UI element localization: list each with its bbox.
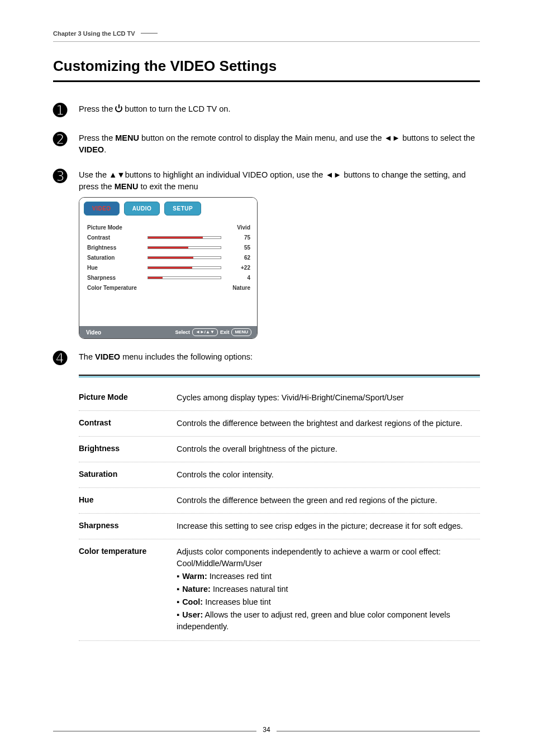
step-4: ➍ The VIDEO menu includes the following …	[53, 351, 480, 367]
osd-bar-fill-hue	[148, 267, 192, 269]
osd-value-brightness: 55	[226, 245, 250, 251]
s4-t1: The	[79, 352, 95, 361]
osd-value-picture-mode: Vivid	[226, 224, 250, 231]
osd-tab-video[interactable]: VIDEO	[84, 202, 120, 216]
page-title: Customizing the VIDEO Settings	[53, 58, 480, 75]
ct-intro: Adjusts color components independently t…	[177, 547, 441, 568]
ct-user: ▪User: Allows the user to adjust red, gr…	[177, 609, 480, 633]
s2-b2: VIDEO	[79, 145, 104, 154]
osd-label-hue: Hue	[87, 265, 143, 271]
chapter-dash	[141, 33, 158, 34]
ct-warm-b: Warm:	[182, 572, 207, 581]
osd-bar-fill-contrast	[148, 237, 203, 238]
osd-footer-exit: Exit	[220, 329, 230, 335]
option-desc-brightness: Controls the overall brightness of the p…	[177, 443, 480, 455]
footer-rule-left	[53, 731, 256, 731]
osd-bar-brightness[interactable]	[147, 246, 221, 249]
step-3-text: Use the ▲▼buttons to highlight an indivi…	[79, 169, 480, 193]
ct-cool: ▪Cool: Increases blue tint	[177, 596, 480, 608]
step-4-number: ➍	[53, 350, 79, 367]
ct-warm-t: Increases red tint	[207, 572, 272, 581]
option-label-saturation: Saturation	[79, 469, 177, 479]
osd-key-menu: MENU	[231, 328, 251, 336]
osd-content: Picture Mode Vivid Contrast 75 Brightnes…	[79, 219, 257, 326]
option-label-picture-mode: Picture Mode	[79, 392, 177, 401]
options-table: Picture Mode Cycles among display types:…	[79, 375, 480, 641]
page-number: 34	[263, 726, 270, 734]
option-sharpness: Sharpness Increase this setting to see c…	[79, 514, 480, 539]
osd-footer-select: Select	[175, 329, 190, 335]
chapter-title: Chapter 3 Using the LCD TV	[53, 30, 135, 37]
option-picture-mode: Picture Mode Cycles among display types:…	[79, 385, 480, 411]
page-footer: 34	[0, 726, 533, 734]
options-topbar	[79, 375, 480, 377]
osd-bar-sharpness[interactable]	[147, 276, 221, 279]
option-hue: Hue Controls the difference between the …	[79, 488, 480, 514]
osd-value-sharpness: 4	[226, 275, 250, 281]
step-2: ➋ Press the MENU button on the remote co…	[53, 132, 480, 156]
osd-bar-contrast[interactable]	[147, 236, 221, 239]
osd-window: VIDEO AUDIO SETUP Picture Mode Vivid Con…	[79, 197, 258, 339]
osd-value-hue: +22	[226, 265, 250, 271]
osd-tab-audio[interactable]: AUDIO	[124, 202, 160, 216]
step-1: ➊ Press the button to turn the LCD TV on…	[53, 103, 480, 119]
step-4-text: The VIDEO menu includes the following op…	[79, 351, 480, 363]
osd-tab-setup[interactable]: SETUP	[164, 202, 201, 216]
step-1-number: ➊	[53, 102, 79, 119]
ct-nature-b: Nature:	[182, 585, 211, 594]
s2-b1: MENU	[115, 133, 139, 142]
osd-label-brightness: Brightness	[87, 245, 143, 251]
ct-cool-t: Increases blue tint	[203, 597, 271, 606]
osd-footer-keys: Select ◄►/▲▼ Exit MENU	[175, 328, 251, 336]
option-desc-color-temperature: Adjusts color components independently t…	[177, 546, 480, 634]
option-desc-contrast: Controls the difference between the brig…	[177, 418, 480, 429]
bullet-icon: ▪	[177, 585, 179, 594]
power-icon	[115, 105, 122, 112]
osd-row-color-temperature: Color Temperature Nature	[87, 284, 250, 291]
osd-screenshot: VIDEO AUDIO SETUP Picture Mode Vivid Con…	[79, 197, 480, 339]
step-1-text-a: Press the	[79, 104, 115, 113]
osd-row-brightness: Brightness 55	[87, 243, 250, 251]
osd-row-sharpness: Sharpness 4	[87, 274, 250, 281]
option-desc-hue: Controls the difference between the gree…	[177, 495, 480, 506]
chapter-underline	[53, 41, 480, 42]
bullet-icon: ▪	[177, 597, 179, 606]
osd-row-hue: Hue +22	[87, 264, 250, 271]
heading-rule	[53, 80, 480, 82]
s4-b1: VIDEO	[95, 352, 120, 361]
s3-t2: to exit the menu	[138, 182, 198, 191]
ct-cool-b: Cool:	[182, 597, 203, 606]
osd-label-contrast: Contrast	[87, 235, 143, 241]
step-1-text-b: button to turn the LCD TV on.	[125, 104, 230, 113]
chapter-header: Chapter 3 Using the LCD TV	[53, 28, 480, 42]
ct-nature: ▪Nature: Increases natural tint	[177, 583, 480, 595]
bullet-icon: ▪	[177, 572, 179, 581]
ct-nature-t: Increases natural tint	[211, 585, 288, 594]
osd-footer: Video Select ◄►/▲▼ Exit MENU	[79, 326, 257, 338]
osd-row-saturation: Saturation 62	[87, 253, 250, 261]
osd-label-color-temperature: Color Temperature	[87, 285, 137, 291]
step-2-text: Press the MENU button on the remote cont…	[79, 132, 480, 156]
osd-footer-title: Video	[86, 329, 101, 336]
option-label-brightness: Brightness	[79, 443, 177, 453]
s2-t2: button on the remote control to display …	[139, 133, 475, 142]
bullet-icon: ▪	[177, 610, 179, 619]
osd-key-arrows: ◄►/▲▼	[192, 328, 218, 336]
osd-bar-hue[interactable]	[147, 266, 221, 269]
ct-user-t: Allows the user to adjust red, green and…	[177, 610, 450, 631]
osd-value-color-temperature: Nature	[226, 285, 250, 291]
option-saturation: Saturation Controls the color intensity.	[79, 462, 480, 488]
step-2-number: ➋	[53, 131, 79, 148]
option-contrast: Contrast Controls the difference between…	[79, 411, 480, 437]
osd-value-saturation: 62	[226, 255, 250, 261]
option-label-hue: Hue	[79, 495, 177, 504]
osd-row-contrast: Contrast 75	[87, 233, 250, 241]
osd-bar-saturation[interactable]	[147, 256, 221, 259]
osd-label-saturation: Saturation	[87, 255, 143, 261]
osd-tabs: VIDEO AUDIO SETUP	[79, 198, 257, 219]
option-desc-saturation: Controls the color intensity.	[177, 469, 480, 481]
osd-value-contrast: 75	[226, 235, 250, 241]
s4-t2: menu includes the following options:	[120, 352, 253, 361]
option-label-contrast: Contrast	[79, 418, 177, 427]
osd-bar-fill-saturation	[148, 257, 193, 259]
